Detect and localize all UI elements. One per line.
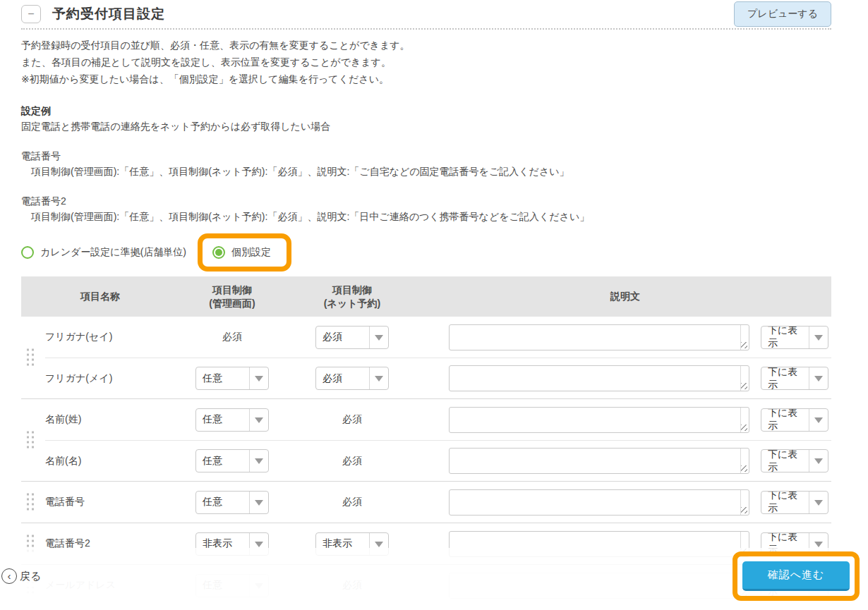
table-row: 名前(姓) 任意 必須 下に表示 [45, 399, 831, 440]
net-control-select[interactable]: 必須 [315, 367, 389, 390]
table-row-group: 名前(姓) 任意 必須 下に表示 名前(名) 任意 必須 [21, 399, 831, 482]
chevron-down-icon [369, 367, 388, 389]
select-value: 必須 [316, 367, 369, 389]
select-value: 下に表示 [761, 367, 809, 389]
radio-checked-icon [212, 246, 225, 259]
net-control-static: 必須 [342, 413, 362, 426]
footer-bar: ‹ 戻る 確認へ進む [0, 548, 868, 610]
display-position-select[interactable]: 下に表示 [761, 449, 828, 472]
description-input[interactable] [449, 324, 749, 350]
display-position-select[interactable]: 下に表示 [761, 491, 828, 514]
proceed-to-confirm-button[interactable]: 確認へ進む [742, 561, 850, 591]
display-position-select[interactable]: 下に表示 [761, 367, 828, 390]
select-value: 任意 [196, 409, 249, 431]
table-row: 名前(名) 任意 必須 下に表示 [45, 440, 831, 481]
select-value: 任意 [196, 367, 249, 389]
net-control-cell: 必須 [285, 496, 419, 508]
column-header-net-control: 項目制御 (ネット予約) [285, 283, 419, 310]
table-row-group: 電話番号 任意 必須 下に表示 [21, 482, 831, 523]
back-label: 戻る [20, 570, 41, 583]
description-textarea-wrap [449, 489, 749, 516]
select-value: 下に表示 [761, 450, 809, 472]
display-position-select[interactable]: 下に表示 [761, 408, 828, 432]
preview-button[interactable]: プレビューする [734, 1, 831, 27]
item-name-label: 電話番号 [45, 496, 179, 508]
description-line: ※初期値から変更したい場合は、「個別設定」を選択して編集を行ってください。 [21, 71, 831, 87]
dotted-separator [21, 28, 831, 30]
net-control-static: 必須 [342, 496, 362, 508]
chevron-down-icon [809, 367, 828, 389]
description-input[interactable] [449, 365, 749, 391]
description-line: また、各項目の補足として説明文を設定し、表示位置を変更することができます。 [21, 54, 831, 71]
table-row: 電話番号 任意 必須 下に表示 [45, 482, 831, 523]
item-name-label: 名前(姓) [45, 413, 179, 426]
select-value: 任意 [196, 492, 249, 513]
radio-unchecked-icon [21, 246, 34, 259]
description-textarea-wrap [449, 407, 749, 433]
description-cell [419, 407, 757, 433]
radio-label: カレンダー設定に準拠(店舗単位) [40, 246, 186, 259]
table-header: 項目名称 項目制御 (管理画面) 項目制御 (ネット予約) 説明文 [21, 276, 831, 317]
chevron-down-icon [249, 367, 268, 389]
table-row: フリガナ(セイ) 必須 必須 下に表示 [45, 317, 831, 358]
admin-control-cell: 任意 [179, 408, 285, 432]
net-control-cell: 必須 [285, 455, 419, 468]
description-textarea-wrap [449, 365, 749, 391]
description-textarea-wrap [449, 324, 749, 350]
position-cell: 下に表示 [757, 491, 831, 514]
description-cell [419, 365, 757, 391]
admin-control-cell: 任意 [179, 491, 285, 514]
example-item-phone2: 電話番号2 項目制御(管理画面):「任意」、項目制御(ネット予約):「必須」、説… [21, 193, 831, 224]
admin-control-select[interactable]: 任意 [195, 491, 269, 514]
panel-description: 予約登録時の受付項目の並び順、必須・任意、表示の有無を変更することができます。 … [21, 37, 831, 87]
net-control-cell: 必須 [285, 367, 419, 390]
chevron-down-icon [249, 450, 268, 472]
admin-control-static: 必須 [222, 331, 242, 343]
chevron-down-icon [809, 450, 828, 472]
position-cell: 下に表示 [757, 408, 831, 432]
drag-handle-icon[interactable] [25, 430, 36, 451]
admin-control-select[interactable]: 任意 [195, 408, 269, 432]
collapse-panel-button[interactable]: − [21, 5, 41, 23]
example-item-name: 電話番号2 [21, 193, 831, 209]
item-name-label: フリガナ(メイ) [45, 372, 179, 385]
net-control-static: 必須 [342, 455, 362, 468]
radio-label: 個別設定 [231, 246, 271, 259]
admin-control-select[interactable]: 任意 [195, 449, 269, 472]
select-value: 下に表示 [761, 492, 809, 513]
setting-example-section: 設定例 固定電話と携帯電話の連絡先をネット予約からは必ず取得したい場合 電話番号… [21, 103, 831, 224]
net-control-cell: 必須 [285, 413, 419, 426]
radio-individual-setting[interactable]: 個別設定 [212, 246, 271, 259]
drag-handle-icon[interactable] [25, 492, 36, 513]
description-input[interactable] [449, 407, 749, 433]
mode-radio-group: カレンダー設定に準拠(店舗単位) 個別設定 [21, 233, 831, 272]
description-input[interactable] [449, 448, 749, 474]
radio-calendar-default[interactable]: カレンダー設定に準拠(店舗単位) [21, 246, 186, 259]
back-button[interactable]: ‹ 戻る [1, 568, 41, 584]
highlight-annotation-proceed: 確認へ進む [733, 551, 860, 601]
example-case: 固定電話と携帯電話の連絡先をネット予約からは必ず取得したい場合 [21, 118, 831, 134]
position-cell: 下に表示 [757, 449, 831, 472]
description-input[interactable] [449, 489, 749, 516]
table-row-group: フリガナ(セイ) 必須 必須 下に表示 フリガナ(メイ) 任意 [21, 317, 831, 399]
settings-panel: − 予約受付項目設定 プレビューする 予約登録時の受付項目の並び順、必須・任意、… [0, 0, 868, 606]
item-name-label: 名前(名) [45, 455, 179, 468]
admin-control-select[interactable]: 任意 [195, 367, 269, 390]
admin-control-cell: 任意 [179, 449, 285, 472]
chevron-down-icon [809, 492, 828, 513]
description-cell [419, 489, 757, 516]
example-item-name: 電話番号 [21, 148, 831, 164]
description-cell [419, 324, 757, 350]
display-position-select[interactable]: 下に表示 [761, 326, 828, 349]
net-control-select[interactable]: 必須 [315, 326, 389, 349]
example-heading: 設定例 [21, 103, 831, 118]
example-item-detail: 項目制御(管理画面):「任意」、項目制御(ネット予約):「必須」、説明文:「ご自… [21, 164, 831, 179]
description-line: 予約登録時の受付項目の並び順、必須・任意、表示の有無を変更することができます。 [21, 37, 831, 54]
column-header-item-name: 項目名称 [21, 290, 179, 303]
table-row: フリガナ(メイ) 任意 必須 下に表示 [45, 358, 831, 398]
page-title: 予約受付項目設定 [52, 5, 165, 23]
drag-handle-icon[interactable] [25, 348, 36, 368]
description-textarea-wrap [449, 448, 749, 474]
chevron-down-icon [809, 327, 828, 348]
position-cell: 下に表示 [757, 326, 831, 349]
